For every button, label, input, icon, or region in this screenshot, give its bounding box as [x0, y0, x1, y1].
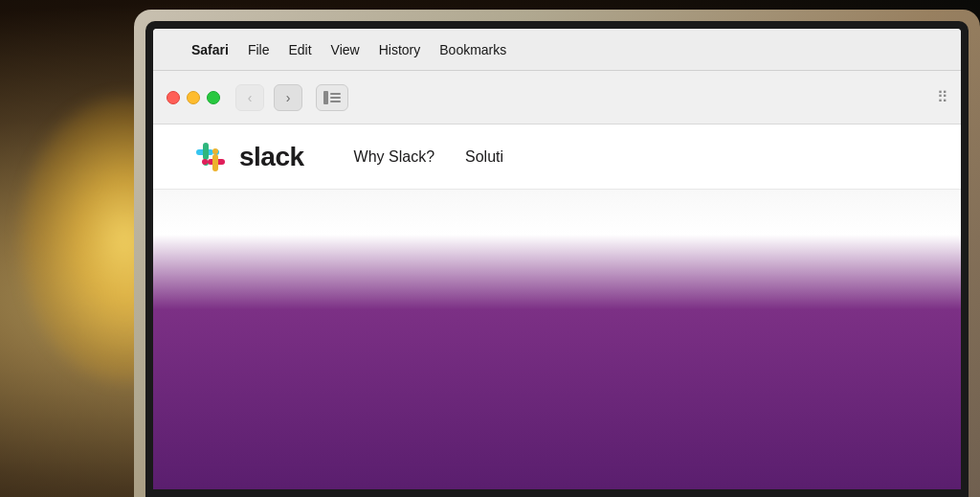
close-button[interactable]	[167, 91, 180, 104]
extensions-grid-icon: ⠿	[937, 89, 947, 105]
sidebar-icon	[323, 91, 341, 104]
menu-item-view[interactable]: View	[331, 42, 360, 57]
menu-item-edit[interactable]: Edit	[288, 42, 311, 57]
traffic-lights	[167, 91, 220, 104]
scene: Safari File Edit View History Bookmarks	[0, 0, 980, 497]
minimize-button[interactable]	[187, 91, 200, 104]
safari-toolbar: ‹ › ⠿	[153, 71, 961, 124]
back-button[interactable]: ‹	[235, 84, 264, 111]
slack-logo-icon	[191, 138, 230, 176]
slack-nav-why[interactable]: Why Slack?	[354, 148, 434, 166]
macos-menu-bar: Safari File Edit View History Bookmarks	[153, 29, 961, 71]
slack-website: slack Why Slack? Soluti	[153, 124, 961, 489]
svg-rect-6	[212, 154, 218, 171]
slack-hero	[153, 190, 961, 489]
forward-icon: ›	[286, 90, 291, 105]
fullscreen-button[interactable]	[207, 91, 220, 104]
menu-item-safari[interactable]: Safari	[191, 42, 229, 57]
laptop-screen: Safari File Edit View History Bookmarks	[153, 29, 961, 489]
slack-wordmark: slack	[239, 142, 304, 172]
menu-item-history[interactable]: History	[379, 42, 421, 57]
svg-point-5	[202, 159, 208, 165]
laptop-frame: Safari File Edit View History Bookmarks	[134, 10, 980, 497]
sidebar-toggle-button[interactable]	[316, 84, 348, 111]
extensions-button[interactable]: ⠿	[937, 88, 947, 106]
back-icon: ‹	[248, 90, 253, 105]
slack-logo: slack	[191, 138, 304, 176]
svg-point-7	[212, 148, 218, 154]
browser-content: slack Why Slack? Soluti	[153, 124, 961, 489]
svg-rect-2	[203, 143, 209, 160]
slack-nav-solutions[interactable]: Soluti	[465, 148, 503, 166]
slack-nav: slack Why Slack? Soluti	[153, 124, 961, 190]
forward-button[interactable]: ›	[274, 84, 302, 111]
menu-item-bookmarks[interactable]: Bookmarks	[439, 42, 506, 57]
screen-bezel: Safari File Edit View History Bookmarks	[145, 21, 969, 497]
menu-item-file[interactable]: File	[248, 42, 270, 57]
